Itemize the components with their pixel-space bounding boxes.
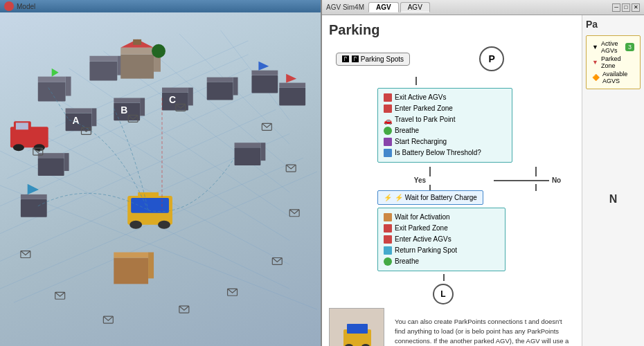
wait-battery-label: ⚡ Wait for Battery Charge xyxy=(395,194,477,201)
window-controls: ─ □ ✕ xyxy=(611,3,640,12)
second-action-box: Wait for Activation Exit Parked Zone Ent… xyxy=(377,208,506,271)
svg-point-29 xyxy=(152,44,166,58)
activation-icon xyxy=(384,213,392,221)
breathe1-icon xyxy=(384,127,392,135)
legend-available-agvs: 🔶 Available AGVS xyxy=(592,71,634,84)
second-box-col: Wait for Activation Exit Parked Zone Ent… xyxy=(377,208,506,271)
svg-rect-59 xyxy=(235,147,261,165)
flow-item-activation: Wait for Activation xyxy=(384,212,499,223)
side-panel-title: Pa xyxy=(586,19,641,30)
connector-1 xyxy=(415,77,417,85)
close-right-btn[interactable]: ✕ xyxy=(632,3,640,12)
svg-rect-73 xyxy=(148,253,154,279)
legend-section: ▼ Active AGVs 3 ▼ Parked Zone 🔶 Availabl… xyxy=(586,35,641,89)
flow-item-recharge: Start Recharging xyxy=(384,136,506,147)
bottom-section: You can also create ParkPoints connectio… xyxy=(329,308,575,346)
exit-parked-icon xyxy=(384,224,392,233)
parked-zone-icon: ▼ xyxy=(592,59,598,66)
no-vert2 xyxy=(535,184,537,191)
wait-battery-box: ⚡ ⚡ Wait for Battery Charge xyxy=(377,190,483,205)
flowchart: 🅿 🅿 Parking Spots P Exit Active AGVs xyxy=(329,46,575,304)
svg-text:B: B xyxy=(120,104,127,116)
flow-item-travel: 🚗 Travel to Park Point xyxy=(384,114,506,125)
svg-text:C: C xyxy=(169,94,176,105)
parking-title: Parking xyxy=(329,22,575,38)
flow-item-exit-agvs: Exit Active AGVs xyxy=(384,92,506,103)
travel-icon: 🚗 xyxy=(384,116,392,124)
enter-active-icon xyxy=(384,235,392,244)
left-title-bar: Model xyxy=(0,0,321,12)
svg-rect-24 xyxy=(120,55,154,79)
available-agvs-label: Available AGVS xyxy=(602,71,634,84)
no-vert1 xyxy=(535,167,537,176)
app-name: AGV Sim4M xyxy=(326,3,364,11)
tab2[interactable]: AGV xyxy=(400,2,430,12)
end-connector xyxy=(443,274,445,281)
side-n-label: N xyxy=(586,193,641,206)
available-agvs-icon: 🔶 xyxy=(592,74,600,81)
right-title-bar: AGV Sim4M AGV AGV ─ □ ✕ xyxy=(322,0,644,15)
svg-point-68 xyxy=(129,221,142,229)
yes-branch: Yes ⚡ ⚡ Wait for Battery Charge xyxy=(377,167,483,205)
svg-rect-19 xyxy=(66,77,71,96)
thumbnail-image xyxy=(329,308,384,346)
parking-spots-label: 🅿 Parking Spots xyxy=(352,55,404,63)
exit-agvs-icon xyxy=(384,93,392,102)
title-tabs: AGV AGV xyxy=(368,2,430,12)
yes-label: Yes xyxy=(414,176,426,184)
svg-rect-48 xyxy=(207,78,233,82)
parking-spots-btn[interactable]: 🅿 🅿 Parking Spots xyxy=(336,53,410,66)
legend-parked-zone: ▼ Parked Zone xyxy=(592,55,634,69)
right-content: Parking 🅿 🅿 Parking Spots P xyxy=(322,15,644,346)
flow-item-enter-active: Enter Active AGVs xyxy=(384,234,499,245)
svg-point-69 xyxy=(158,221,170,229)
tab1[interactable]: AGV xyxy=(368,2,399,12)
side-panel: Pa ▼ Active AGVs 3 ▼ Parked Zone 🔶 A xyxy=(582,15,644,346)
enter-parked-icon xyxy=(384,104,392,113)
svg-rect-56 xyxy=(38,158,64,176)
scene-svg: A B C xyxy=(0,12,321,346)
active-agvs-badge: 3 xyxy=(625,43,634,51)
close-btn[interactable] xyxy=(4,1,14,11)
svg-rect-61 xyxy=(260,143,265,161)
svg-marker-55 xyxy=(286,74,296,83)
svg-rect-25 xyxy=(120,48,154,55)
main-action-box: Exit Active AGVs Enter Parked Zone 🚗 Tra… xyxy=(377,88,512,163)
no-horiz xyxy=(494,180,549,181)
no-connector-row: No xyxy=(494,176,561,184)
svg-rect-54 xyxy=(279,83,305,88)
minimize-btn[interactable]: ─ xyxy=(612,3,620,12)
svg-marker-52 xyxy=(258,62,269,71)
svg-rect-40 xyxy=(114,98,140,103)
svg-rect-63 xyxy=(21,194,47,199)
svg-rect-58 xyxy=(64,153,69,171)
battery-icon xyxy=(384,149,392,157)
flow-item-breathe2: Breathe xyxy=(384,256,499,267)
flow-item-battery-check: Is Battery Below Threshold? xyxy=(384,147,506,158)
main-area: Parking 🅿 🅿 Parking Spots P xyxy=(322,15,582,346)
svg-marker-20 xyxy=(52,69,59,77)
svg-text:A: A xyxy=(73,115,80,126)
parked-zone-label: Parked Zone xyxy=(601,55,634,69)
description-text: You can also create ParkPoints connectio… xyxy=(391,313,575,346)
svg-rect-44 xyxy=(162,88,188,93)
simulation-canvas: A B C xyxy=(0,12,321,346)
yes-vert2 xyxy=(429,185,431,190)
return-parking-icon xyxy=(384,246,392,255)
flowchart-top-row: 🅿 🅿 Parking Spots P xyxy=(336,46,504,71)
wait-battery-icon: ⚡ xyxy=(384,194,392,201)
left-title-label: Model xyxy=(17,3,35,10)
flow-item-return-parking: Return Parking Spot xyxy=(384,245,499,256)
svg-rect-37 xyxy=(91,108,96,126)
no-branch: No xyxy=(494,167,561,191)
active-agvs-label: Active AGVs xyxy=(601,40,623,54)
svg-rect-71 xyxy=(114,258,148,284)
active-agvs-icon: ▼ xyxy=(592,44,598,51)
simulation-panel: Model xyxy=(0,0,322,346)
svg-rect-51 xyxy=(251,71,278,75)
svg-rect-36 xyxy=(66,108,92,113)
svg-rect-22 xyxy=(89,56,117,62)
no-label: No xyxy=(552,176,561,184)
maximize-btn[interactable]: □ xyxy=(622,3,630,12)
svg-rect-47 xyxy=(207,82,233,100)
